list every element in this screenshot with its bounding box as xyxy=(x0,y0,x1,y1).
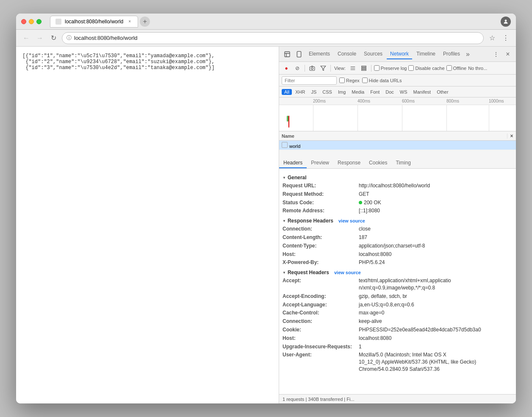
back-button[interactable]: ← xyxy=(21,33,31,43)
timeline-mark-800 xyxy=(446,105,447,131)
general-section-header: ▼ General xyxy=(283,175,513,181)
request-method-label: Request Method: xyxy=(283,191,359,198)
fullscreen-button[interactable] xyxy=(36,19,42,24)
type-other[interactable]: Other xyxy=(434,89,451,95)
detail-tab-timing[interactable]: Timing xyxy=(391,158,415,168)
status-code-value: 200 OK xyxy=(359,199,381,206)
timeline-ruler: 200ms 400ms 600ms 800ms 1000ms xyxy=(279,97,516,105)
browser-window: localhost:8080/hello/world × + ← → ↻ ⓘ l… xyxy=(16,14,516,403)
remote-address-row: Remote Address: [::1]:8080 xyxy=(283,207,513,214)
req-cookie-label: Cookie: xyxy=(283,326,359,334)
response-headers-title: Response Headers xyxy=(288,218,333,224)
new-tab-button[interactable]: + xyxy=(140,17,150,27)
resp-connection-value: close xyxy=(359,225,371,233)
disable-cache-checkbox[interactable] xyxy=(408,65,414,71)
request-headers-section: ▼ Request Headers view source xyxy=(283,270,513,275)
type-doc[interactable]: Doc xyxy=(383,89,396,95)
forward-button[interactable]: → xyxy=(35,33,45,43)
view-label: View: xyxy=(334,66,346,71)
header-name: Name xyxy=(279,133,507,139)
device-toggle-icon[interactable] xyxy=(294,49,305,60)
type-ws[interactable]: WS xyxy=(397,89,410,95)
filter-button[interactable] xyxy=(319,64,328,73)
detail-view-button[interactable] xyxy=(359,64,369,73)
req-cache-control-value: max-age=0 xyxy=(359,309,384,317)
tab-elements[interactable]: Elements xyxy=(305,49,333,59)
response-headers-section: ▼ Response Headers view source xyxy=(283,218,513,224)
devtools-settings-icon[interactable]: ⋮ xyxy=(490,49,502,60)
profile-icon[interactable] xyxy=(501,17,511,27)
tab-console[interactable]: Console xyxy=(334,49,360,59)
type-js[interactable]: JS xyxy=(308,89,319,95)
tab-profiles[interactable]: Profiles xyxy=(440,49,463,59)
detail-tab-cookies[interactable]: Cookies xyxy=(365,158,391,168)
svg-rect-13 xyxy=(361,67,366,68)
resp-connection-row: Connection: close xyxy=(283,225,513,233)
header-close[interactable]: × xyxy=(507,133,516,139)
requests-table: Name × world xyxy=(279,131,516,157)
ruler-400ms: 400ms xyxy=(357,99,370,103)
timeline-mark-200 xyxy=(313,105,313,131)
filter-input[interactable] xyxy=(282,76,337,85)
tab-network[interactable]: Network xyxy=(387,49,412,59)
devtools-panel: Elements Console Sources Network Timelin… xyxy=(279,47,516,403)
resp-content-type-row: Content-Type: application/json;charset=u… xyxy=(283,242,513,250)
screenshot-button[interactable] xyxy=(308,64,317,73)
req-connection-label: Connection: xyxy=(283,318,359,325)
type-css[interactable]: CSS xyxy=(320,89,335,95)
type-img[interactable]: Img xyxy=(335,89,348,95)
ruler-800ms: 800ms xyxy=(446,99,459,103)
timeline-mark-400 xyxy=(357,105,358,131)
req-accept-label: Accept: xyxy=(283,277,359,292)
req-upgrade-label: Upgrade-Insecure-Requests: xyxy=(283,343,359,350)
req-accept-encoding-label: Accept-Encoding: xyxy=(283,293,359,300)
address-bar: ← → ↻ ⓘ localhost:8080/hello/world ☆ ⋮ xyxy=(16,30,516,47)
timeline-area: 200ms 400ms 600ms 800ms 1000ms xyxy=(279,97,516,131)
toolbar-separator-3 xyxy=(371,65,371,72)
resp-content-type-value: application/json;charset=utf-8 xyxy=(359,242,425,250)
preserve-log-checkbox[interactable] xyxy=(374,65,380,71)
preserve-log-label: Preserve log xyxy=(374,65,407,71)
regex-option: Regex xyxy=(339,78,360,83)
devtools-close-button[interactable]: × xyxy=(502,49,513,60)
reload-button[interactable]: ↻ xyxy=(48,33,58,43)
detail-tab-preview[interactable]: Preview xyxy=(307,158,333,168)
type-all[interactable]: All xyxy=(282,89,292,95)
regex-checkbox[interactable] xyxy=(339,78,345,83)
type-media[interactable]: Media xyxy=(349,89,367,95)
close-button[interactable] xyxy=(21,19,26,24)
minimize-button[interactable] xyxy=(29,19,34,24)
response-view-source-link[interactable]: view source xyxy=(338,218,365,223)
element-picker-icon[interactable] xyxy=(282,49,293,60)
bookmark-button[interactable]: ☆ xyxy=(487,33,497,43)
menu-button[interactable]: ⋮ xyxy=(501,33,511,43)
req-host-row: Host: localhost:8080 xyxy=(283,335,513,342)
list-view-button[interactable] xyxy=(348,64,357,73)
stop-record-button[interactable]: ⊘ xyxy=(293,64,302,73)
tab-timeline[interactable]: Timeline xyxy=(413,49,439,59)
record-button[interactable]: ● xyxy=(282,64,291,73)
type-xhr[interactable]: XHR xyxy=(293,89,308,95)
request-row-world[interactable]: world xyxy=(279,141,516,150)
hide-data-urls-checkbox[interactable] xyxy=(362,78,368,83)
req-cookie-value: PHPSESSID=252e0ea85ead42d8e4dcab757d5db3… xyxy=(359,326,481,334)
toolbar-separator-1 xyxy=(305,65,305,72)
tab-more[interactable]: » xyxy=(464,50,471,58)
tab-close-button[interactable]: × xyxy=(127,19,133,25)
detail-tab-response[interactable]: Response xyxy=(333,158,365,168)
type-font[interactable]: Font xyxy=(368,89,382,95)
type-manifest[interactable]: Manifest xyxy=(411,89,434,95)
offline-checkbox[interactable] xyxy=(446,65,452,71)
request-view-source-link[interactable]: view source xyxy=(334,270,361,275)
active-tab[interactable]: localhost:8080/hello/world × xyxy=(50,16,138,28)
ruler-1000ms: 1000ms xyxy=(489,99,504,103)
tab-favicon xyxy=(55,19,61,25)
url-bar[interactable]: ⓘ localhost:8080/hello/world xyxy=(62,32,484,44)
detail-tab-headers[interactable]: Headers xyxy=(279,158,307,168)
request-method-value: GET xyxy=(359,191,369,198)
throttle-text: No thro... xyxy=(468,66,487,71)
tab-sources[interactable]: Sources xyxy=(360,49,386,59)
general-title: General xyxy=(288,175,307,181)
offline-label: Offline xyxy=(446,65,467,71)
timeline-red-bar xyxy=(288,116,289,128)
